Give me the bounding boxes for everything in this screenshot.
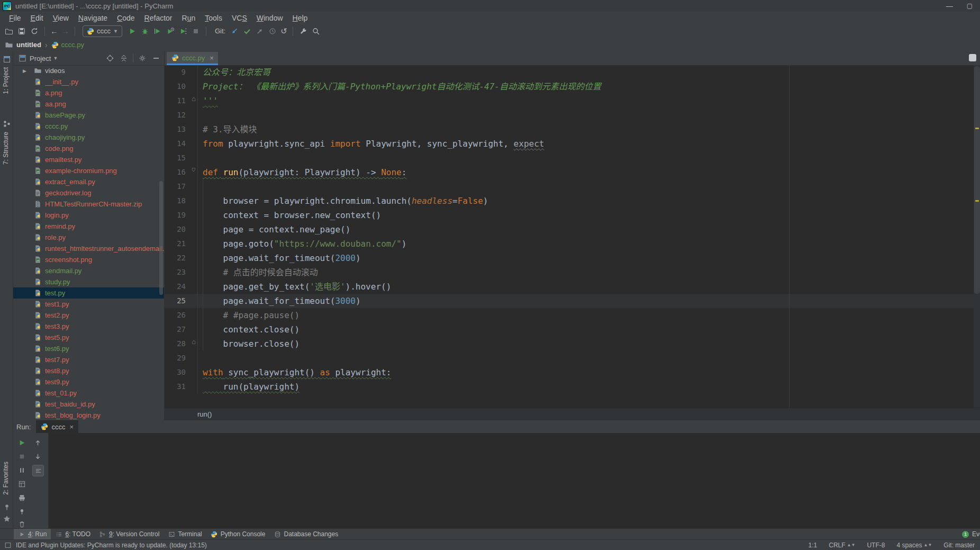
tree-item-__init__.py[interactable]: __init__.py <box>13 76 164 87</box>
code-line-10[interactable]: 10Project： 《最新出炉》系列入门篇-Python+Playwright… <box>165 79 980 94</box>
menu-window[interactable]: Window <box>252 13 288 23</box>
tree-item-emailtest.py[interactable]: emailtest.py <box>13 154 164 165</box>
stop-button[interactable] <box>16 451 27 462</box>
tree-item-test1.py[interactable]: test1.py <box>13 299 164 310</box>
tree-item-example-chromium.png[interactable]: example-chromium.png <box>13 165 164 176</box>
gear-icon[interactable] <box>138 53 147 63</box>
debug-button[interactable] <box>140 26 150 36</box>
open-file-icon[interactable] <box>4 26 14 36</box>
run-with-coverage-button[interactable] <box>153 26 162 36</box>
gutter[interactable] <box>186 365 198 380</box>
soft-wrap-button[interactable] <box>32 465 44 476</box>
gutter[interactable] <box>186 380 198 394</box>
forward-icon[interactable]: → <box>61 26 69 36</box>
code-line-28[interactable]: 28⌂ browser.close() <box>165 337 980 351</box>
pin-icon[interactable] <box>2 502 12 512</box>
sidebar-item-project[interactable]: 1: Project <box>2 67 10 94</box>
tree-item-test9.py[interactable]: test9.py <box>13 376 164 387</box>
sidebar-item-structure[interactable]: 7: Structure <box>2 132 10 165</box>
gutter[interactable] <box>186 151 198 165</box>
tree-item-test_baidu_id.py[interactable]: test_baidu_id.py <box>13 399 164 410</box>
tree-item-cccc.py[interactable]: cccc.py <box>13 121 164 132</box>
code-area[interactable]: 9公众号：北京宏哥10Project： 《最新出炉》系列入门篇-Python+P… <box>165 65 980 394</box>
code-line-23[interactable]: 23 # 点击的时候会自动滚动 <box>165 265 980 279</box>
code-line-26[interactable]: 26 # #page.pause() <box>165 308 980 322</box>
git-update-icon[interactable] <box>230 26 239 36</box>
toolwindow-button-6-todo[interactable]: 6: TODO <box>51 529 95 540</box>
tree-item-code.png[interactable]: code.png <box>13 143 164 154</box>
project-tool-icon[interactable] <box>2 55 12 64</box>
chevron-down-icon[interactable]: ▼ <box>53 56 58 61</box>
fold-marker-icon[interactable]: ⌂ <box>192 167 196 174</box>
tree-item-test2.py[interactable]: test2.py <box>13 310 164 321</box>
expand-arrow-icon[interactable]: ▶ <box>23 68 26 74</box>
gutter[interactable]: ⌂ <box>186 165 198 179</box>
run-console[interactable] <box>13 433 980 528</box>
save-all-icon[interactable] <box>17 26 26 36</box>
status-message[interactable]: IDE and Plugin Updates: PyCharm is ready… <box>16 542 207 549</box>
tree-item-test6.py[interactable]: test6.py <box>13 343 164 354</box>
status-widget-crlf[interactable]: CRLF▲▼ <box>829 542 855 549</box>
menu-view[interactable]: View <box>48 13 74 23</box>
breadcrumb-file[interactable]: cccc.py <box>61 41 84 49</box>
status-widget-utf-8[interactable]: UTF-8 <box>867 542 885 549</box>
gutter[interactable] <box>186 65 198 79</box>
code-line-17[interactable]: 17 <box>165 179 980 194</box>
toolwindow-button-terminal[interactable]: Terminal <box>164 529 206 540</box>
tree-item-sendmail.py[interactable]: sendmail.py <box>13 265 164 276</box>
gutter[interactable] <box>186 194 198 208</box>
tree-item-extract_email.py[interactable]: extract_email.py <box>13 176 164 187</box>
code-line-27[interactable]: 27 context.close() <box>165 322 980 337</box>
editor-breadcrumb-run[interactable]: run() <box>197 410 212 418</box>
restore-layout-button[interactable] <box>16 479 27 489</box>
tree-item-HTMLTestRunnerCN-master.zip[interactable]: HTMLTestRunnerCN-master.zip <box>13 199 164 210</box>
run-tab-cccc[interactable]: cccc × <box>36 420 78 433</box>
tree-item-test5.py[interactable]: test5.py <box>13 332 164 343</box>
code-line-14[interactable]: 14from playwright.sync_api import Playwr… <box>165 137 980 151</box>
status-widget-1-1[interactable]: 1:1 <box>809 542 818 549</box>
inspections-widget[interactable] <box>969 54 976 61</box>
code-line-25[interactable]: 25 page.wait_for_timeout(3000) <box>165 294 980 308</box>
gutter[interactable] <box>186 237 198 251</box>
code-line-11[interactable]: 11⌂''' <box>165 94 980 108</box>
gutter[interactable] <box>186 308 198 322</box>
stop-button[interactable] <box>191 26 201 36</box>
tree-item-geckodriver.log[interactable]: geckodriver.log <box>13 187 164 199</box>
gutter[interactable] <box>186 351 198 365</box>
pause-output-button[interactable] <box>16 465 27 475</box>
tree-item-test8.py[interactable]: test8.py <box>13 365 164 376</box>
tree-item-role.py[interactable]: role.py <box>13 232 164 243</box>
code-line-19[interactable]: 19 context = browser.new_context() <box>165 208 980 222</box>
minimize-icon[interactable]: — <box>946 2 953 10</box>
gutter[interactable]: ⌂ <box>186 337 198 351</box>
gutter[interactable] <box>186 279 198 294</box>
tree-item-test.py[interactable]: test.py <box>13 287 164 299</box>
up-stack-button[interactable] <box>32 437 43 448</box>
close-icon[interactable]: × <box>69 423 74 431</box>
history-icon[interactable] <box>268 26 277 36</box>
structure-tool-icon[interactable] <box>2 119 12 129</box>
menu-run[interactable]: Run <box>177 13 201 23</box>
code-line-21[interactable]: 21 page.goto("https://www.douban.com/") <box>165 237 980 251</box>
tree-item-test_01.py[interactable]: test_01.py <box>13 387 164 399</box>
git-push-icon[interactable] <box>255 26 265 36</box>
code-line-16[interactable]: 16⌂def run(playwright: Playwright) -> No… <box>165 165 980 179</box>
close-icon[interactable]: × <box>210 54 214 62</box>
tab-cccc-py[interactable]: cccc.py × <box>167 52 218 65</box>
down-stack-button[interactable] <box>32 451 43 462</box>
menu-code[interactable]: Code <box>112 13 139 23</box>
warning-stripe-mark[interactable] <box>975 200 979 202</box>
menu-navigate[interactable]: Navigate <box>74 13 112 23</box>
profiler-button[interactable] <box>166 26 175 36</box>
tree-item-runtest_htmltestrunner_autosendemail.py[interactable]: runtest_htmltestrunner_autosendemail.py <box>13 243 164 254</box>
toolwindow-button-database-changes[interactable]: Database Changes <box>269 529 342 540</box>
tree-item-videos[interactable]: ▶videos <box>13 65 164 76</box>
run-configuration-select[interactable]: cccc ▼ <box>83 25 122 37</box>
project-panel-title[interactable]: Project <box>30 55 51 62</box>
tree-item-test7.py[interactable]: test7.py <box>13 354 164 365</box>
code-line-13[interactable]: 13# 3.导入模块 <box>165 122 980 137</box>
code-line-18[interactable]: 18 browser = playwright.chromium.launch(… <box>165 194 980 208</box>
wrench-icon[interactable] <box>298 26 308 36</box>
menu-refactor[interactable]: Refactor <box>140 13 177 23</box>
tree-item-a.png[interactable]: a.png <box>13 87 164 98</box>
